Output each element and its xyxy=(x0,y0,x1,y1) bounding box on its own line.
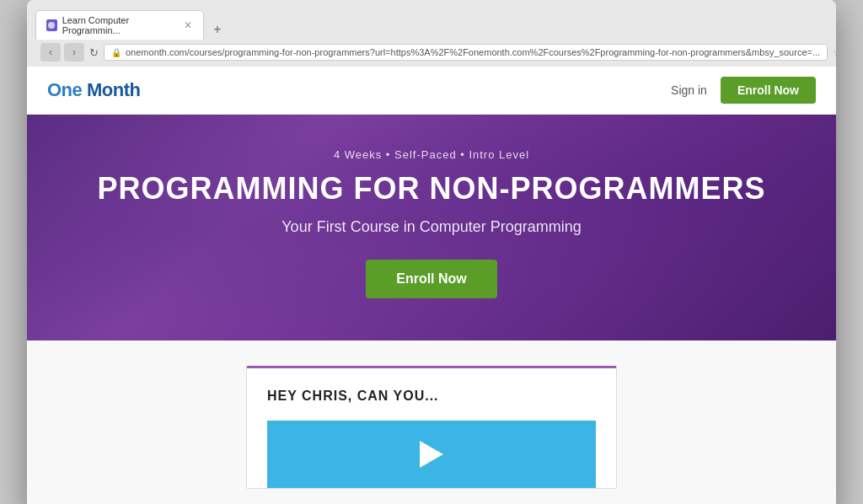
forward-button[interactable]: › xyxy=(64,43,84,62)
video-play-button[interactable] xyxy=(267,421,596,488)
video-card: HEY CHRIS, CAN YOU... xyxy=(246,366,617,489)
refresh-button[interactable]: ↻ xyxy=(89,43,99,62)
hero-subtitle: Your First Course in Computer Programmin… xyxy=(281,218,581,236)
tab-close-button[interactable]: ✕ xyxy=(182,19,193,31)
address-bar[interactable]: 🔒 onemonth.com/courses/programming-for-n… xyxy=(104,44,828,61)
browser-action-icons: ☆ 🧩 👤 xyxy=(833,44,836,61)
video-card-title: HEY CHRIS, CAN YOU... xyxy=(267,389,596,404)
active-tab[interactable]: Learn Computer Programmin... ✕ xyxy=(35,10,204,40)
hero-title: PROGRAMMING FOR NON-PROGRAMMERS xyxy=(98,171,766,206)
bookmark-icon[interactable]: ☆ xyxy=(833,46,836,59)
url-text: onemonth.com/courses/programming-for-non… xyxy=(126,47,820,57)
logo-month: Month xyxy=(87,79,140,100)
below-fold-section: HEY CHRIS, CAN YOU... xyxy=(27,340,836,504)
browser-nav-buttons: ‹ › xyxy=(40,43,84,62)
logo-one: One xyxy=(47,79,82,100)
hero-meta: 4 Weeks • Self-Paced • Intro Level xyxy=(334,148,529,161)
sign-in-link[interactable]: Sign in xyxy=(671,83,707,97)
svg-point-0 xyxy=(48,22,55,29)
tab-bar: Learn Computer Programmin... ✕ + xyxy=(35,7,828,40)
browser-chrome: Learn Computer Programmin... ✕ + ‹ › ↻ 🔒… xyxy=(27,0,836,67)
site-header: One Month Sign in Enroll Now xyxy=(27,67,836,115)
hero-section: 4 Weeks • Self-Paced • Intro Level PROGR… xyxy=(27,115,836,340)
enroll-now-hero-button[interactable]: Enroll Now xyxy=(366,260,497,298)
header-right: Sign in Enroll Now xyxy=(671,77,816,104)
lock-icon: 🔒 xyxy=(111,48,121,57)
website-content: One Month Sign in Enroll Now 4 Weeks • S… xyxy=(27,67,836,504)
new-tab-button[interactable]: + xyxy=(207,19,228,40)
site-logo: One Month xyxy=(47,79,140,101)
enroll-now-header-button[interactable]: Enroll Now xyxy=(721,77,816,104)
back-button[interactable]: ‹ xyxy=(40,43,61,62)
tab-title: Learn Computer Programmin... xyxy=(62,15,178,35)
browser-window: Learn Computer Programmin... ✕ + ‹ › ↻ 🔒… xyxy=(27,0,836,504)
tab-favicon xyxy=(46,19,57,31)
play-triangle-icon xyxy=(420,441,443,468)
